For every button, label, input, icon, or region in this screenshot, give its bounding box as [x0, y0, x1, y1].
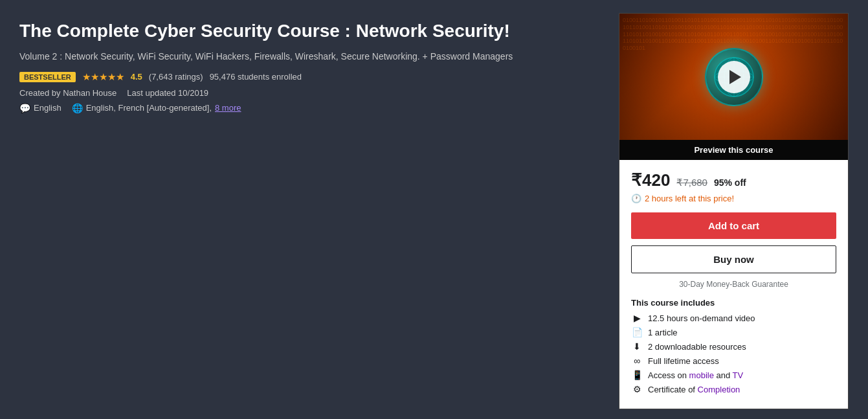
completion-link[interactable]: Completion	[698, 385, 740, 394]
creator-label: Created by Nathan House	[19, 88, 117, 98]
original-price: ₹7,680	[676, 177, 707, 188]
include-download-label: 2 downloadable resources	[648, 342, 746, 352]
play-button[interactable]	[718, 61, 750, 93]
includes-title: This course includes	[631, 298, 836, 308]
rating-number: 4.5	[131, 72, 142, 82]
mobile-link[interactable]: mobile	[689, 370, 714, 380]
hero-section: The Complete Cyber Security Course : Net…	[0, 0, 868, 419]
star-icons: ★★★★★	[82, 71, 124, 83]
bestseller-badge: BESTSELLER	[19, 72, 76, 82]
tv-link[interactable]: TV	[733, 370, 744, 380]
video-panel: 0100110100101101001101011010011010010110…	[619, 13, 849, 409]
timer-row: 🕐 2 hours left at this price!	[631, 194, 836, 203]
include-certificate-label: Certificate of Completion	[648, 385, 740, 394]
video-icon: ▶	[631, 313, 643, 323]
clock-icon: 🕐	[631, 194, 641, 203]
audio-lang-label: English	[34, 103, 61, 113]
lang-row: 💬 English 🌐 English, French [Auto-genera…	[19, 103, 537, 113]
audio-lang: 💬 English	[19, 103, 61, 113]
download-icon: ⬇	[631, 341, 643, 352]
course-title: The Complete Cyber Security Course : Net…	[19, 19, 537, 43]
discount-percent: 95% off	[714, 177, 746, 188]
guarantee-label: 30-Day Money-Back Guarantee	[631, 280, 836, 289]
captions-more-link[interactable]: 8 more	[215, 103, 241, 113]
mobile-icon: 📱	[631, 370, 643, 380]
includes-list: ▶ 12.5 hours on-demand video 📄 1 article…	[631, 313, 836, 394]
updated-label: Last updated 10/2019	[127, 88, 208, 98]
hero-left: The Complete Cyber Security Course : Net…	[19, 19, 550, 113]
timer-label: 2 hours left at this price!	[645, 194, 734, 203]
speech-icon: 💬	[19, 103, 30, 113]
meta-row: Created by Nathan House Last updated 10/…	[19, 88, 537, 98]
include-mobile-label: Access on mobile and TV	[648, 370, 743, 380]
video-thumbnail[interactable]: 0100110100101101001101011010011010010110…	[619, 14, 848, 140]
ratings-row: BESTSELLER ★★★★★ 4.5 (7,643 ratings) 95,…	[19, 71, 537, 83]
video-overlay	[619, 14, 848, 140]
include-certificate: ⚙ Certificate of Completion	[631, 384, 836, 394]
course-subtitle: Volume 2 : Network Security, WiFi Securi…	[19, 51, 537, 63]
current-price: ₹420	[631, 170, 670, 190]
ratings-count: (7,643 ratings)	[149, 72, 203, 82]
caption-lang-label: English, French [Auto-generated],	[86, 103, 212, 113]
include-article: 📄 1 article	[631, 327, 836, 337]
enrolled-count: 95,476 students enrolled	[210, 72, 302, 82]
preview-label: Preview this course	[619, 140, 848, 160]
certificate-icon: ⚙	[631, 384, 643, 394]
caption-icon: 🌐	[72, 103, 83, 113]
include-article-label: 1 article	[648, 328, 678, 337]
include-lifetime: ∞ Full lifetime access	[631, 356, 836, 366]
include-video: ▶ 12.5 hours on-demand video	[631, 313, 836, 323]
price-row: ₹420 ₹7,680 95% off	[631, 170, 836, 190]
include-video-label: 12.5 hours on-demand video	[648, 313, 755, 323]
include-download: ⬇ 2 downloadable resources	[631, 341, 836, 352]
add-to-cart-button[interactable]: Add to cart	[631, 212, 836, 239]
includes-section: This course includes ▶ 12.5 hours on-dem…	[631, 298, 836, 394]
article-icon: 📄	[631, 327, 643, 337]
pricing-section: ₹420 ₹7,680 95% off 🕐 2 hours left at th…	[619, 160, 848, 409]
include-lifetime-label: Full lifetime access	[648, 356, 719, 366]
caption-lang: 🌐 English, French [Auto-generated], 8 mo…	[72, 103, 241, 113]
include-mobile: 📱 Access on mobile and TV	[631, 370, 836, 380]
buy-now-button[interactable]: Buy now	[631, 245, 836, 273]
lifetime-icon: ∞	[631, 356, 643, 366]
